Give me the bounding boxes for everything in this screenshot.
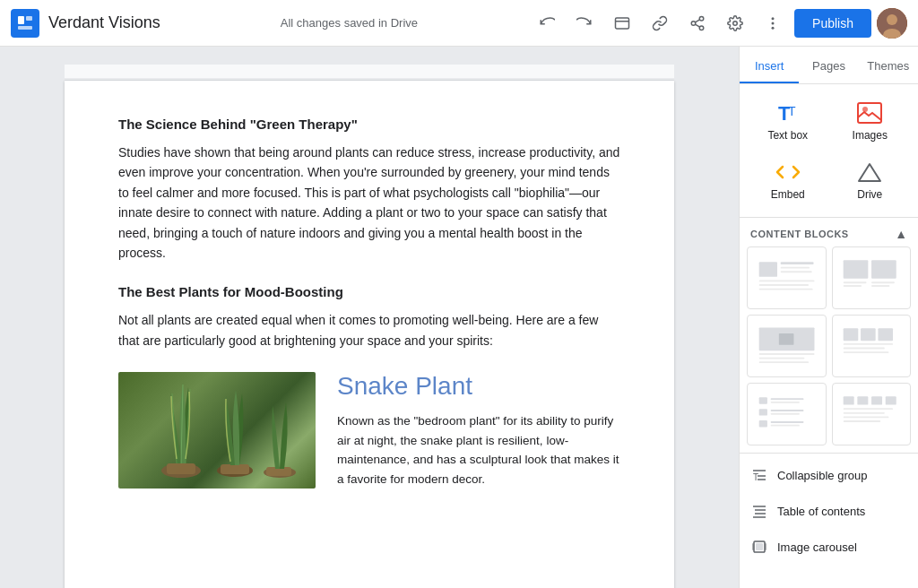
svg-point-10 <box>772 17 775 20</box>
content-blocks-collapse[interactable]: ▲ <box>895 227 907 241</box>
svg-rect-65 <box>871 396 882 404</box>
block-thumb-4[interactable] <box>832 315 912 377</box>
svg-rect-66 <box>886 396 896 404</box>
svg-rect-39 <box>844 281 867 283</box>
toc-item[interactable]: Table of contents <box>747 493 911 529</box>
svg-rect-34 <box>758 280 814 281</box>
svg-line-8 <box>696 19 700 22</box>
settings-button[interactable] <box>719 7 751 39</box>
svg-rect-82 <box>756 543 763 550</box>
svg-rect-68 <box>844 412 885 414</box>
insert-textbox[interactable]: T T Text box <box>747 91 829 151</box>
svg-rect-1 <box>26 16 32 21</box>
block-thumb-1[interactable] <box>747 246 827 309</box>
svg-rect-44 <box>778 333 793 345</box>
svg-line-7 <box>696 24 700 27</box>
embed-label: Embed <box>771 188 805 201</box>
block-thumb-5[interactable] <box>747 383 827 445</box>
block-thumb-2[interactable] <box>832 246 912 309</box>
block-thumb-3[interactable] <box>747 315 827 377</box>
toolbar: Verdant Visions All changes saved in Dri… <box>0 0 918 47</box>
svg-rect-45 <box>758 353 814 355</box>
embed-icon <box>775 160 801 185</box>
app-title: Verdant Visions <box>48 13 160 32</box>
section-title-2: The Best Plants for Mood-Boosting <box>118 284 620 299</box>
insert-images[interactable]: Images <box>829 91 912 151</box>
svg-point-6 <box>699 26 704 30</box>
toc-icon <box>750 502 768 520</box>
right-panel: Insert Pages Themes T T Text box <box>739 47 918 588</box>
svg-rect-42 <box>871 285 889 287</box>
featured-plant-block: Snake Plant Known as the "bedroom plant"… <box>118 372 620 489</box>
svg-rect-51 <box>844 343 893 345</box>
plant-name: Snake Plant <box>337 372 620 401</box>
svg-rect-0 <box>18 16 24 24</box>
svg-rect-58 <box>770 410 803 411</box>
app-logo-icon <box>11 9 39 38</box>
tab-themes[interactable]: Themes <box>859 47 918 83</box>
svg-rect-48 <box>844 328 859 341</box>
svg-rect-64 <box>858 396 869 404</box>
carousel-icon <box>750 538 768 556</box>
svg-rect-52 <box>844 347 885 349</box>
svg-rect-3 <box>616 18 629 29</box>
svg-rect-55 <box>770 398 803 400</box>
collapsible-label: Collapsible group <box>777 469 867 482</box>
ruler <box>65 65 674 81</box>
insert-drive[interactable]: Drive <box>829 151 912 210</box>
carousel-item[interactable]: Image carousel <box>747 529 911 565</box>
svg-point-12 <box>772 26 775 29</box>
link-button[interactable] <box>644 7 676 39</box>
tab-insert[interactable]: Insert <box>740 47 799 83</box>
document-area[interactable]: The Science Behind "Green Therapy" Studi… <box>0 47 739 588</box>
tab-pages[interactable]: Pages <box>799 47 858 83</box>
section-body-2: Not all plants are created equal when it… <box>118 310 620 350</box>
main-layout: The Science Behind "Green Therapy" Studi… <box>0 47 918 588</box>
publish-button[interactable]: Publish <box>794 9 871 38</box>
svg-rect-60 <box>758 420 766 427</box>
plant-info: Snake Plant Known as the "bedroom plant"… <box>337 372 620 489</box>
section-body-1: Studies have shown that being around pla… <box>118 143 620 263</box>
images-icon <box>857 100 882 125</box>
carousel-label: Image carousel <box>777 540 857 554</box>
svg-rect-61 <box>770 421 803 423</box>
svg-rect-37 <box>844 260 869 278</box>
svg-text:T: T <box>788 104 796 118</box>
textbox-label: Text box <box>767 129 808 142</box>
svg-rect-32 <box>780 267 809 269</box>
svg-rect-70 <box>844 420 881 422</box>
insert-embed[interactable]: Embed <box>747 151 829 210</box>
svg-rect-56 <box>770 402 799 403</box>
redo-button[interactable] <box>568 7 601 39</box>
svg-point-14 <box>887 14 897 25</box>
svg-rect-28 <box>858 103 881 123</box>
preview-button[interactable] <box>606 7 638 39</box>
svg-rect-38 <box>871 260 896 278</box>
svg-point-4 <box>699 16 704 21</box>
undo-button[interactable] <box>531 7 563 39</box>
content-block-thumbnails <box>740 246 918 453</box>
svg-rect-80 <box>752 543 754 550</box>
app-logo-area: Verdant Visions <box>11 9 160 38</box>
svg-rect-57 <box>758 409 766 415</box>
svg-rect-36 <box>758 289 812 290</box>
insert-items-grid: T T Text box Images <box>740 84 918 218</box>
svg-rect-41 <box>871 281 895 283</box>
save-status: All changes saved in Drive <box>175 16 524 30</box>
toc-label: Table of contents <box>777 505 865 518</box>
section-best-plants: The Best Plants for Mood-Boosting Not al… <box>118 284 620 350</box>
collapsible-group-item[interactable]: T Collapsible group <box>747 457 911 493</box>
extra-items-list: T Collapsible group Table of con <box>740 453 918 568</box>
collapsible-icon: T <box>750 466 768 484</box>
user-avatar[interactable] <box>877 8 907 39</box>
section-green-therapy: The Science Behind "Green Therapy" Studi… <box>118 117 620 263</box>
share-button[interactable] <box>681 7 714 39</box>
svg-rect-81 <box>765 543 766 550</box>
more-button[interactable] <box>757 7 789 39</box>
svg-rect-69 <box>844 416 889 418</box>
textbox-icon: T T <box>775 100 801 125</box>
svg-rect-40 <box>844 285 862 287</box>
block-thumb-6[interactable] <box>832 383 912 445</box>
content-blocks-header: CONTENT BLOCKS ▲ <box>740 218 918 246</box>
svg-point-29 <box>862 107 868 112</box>
